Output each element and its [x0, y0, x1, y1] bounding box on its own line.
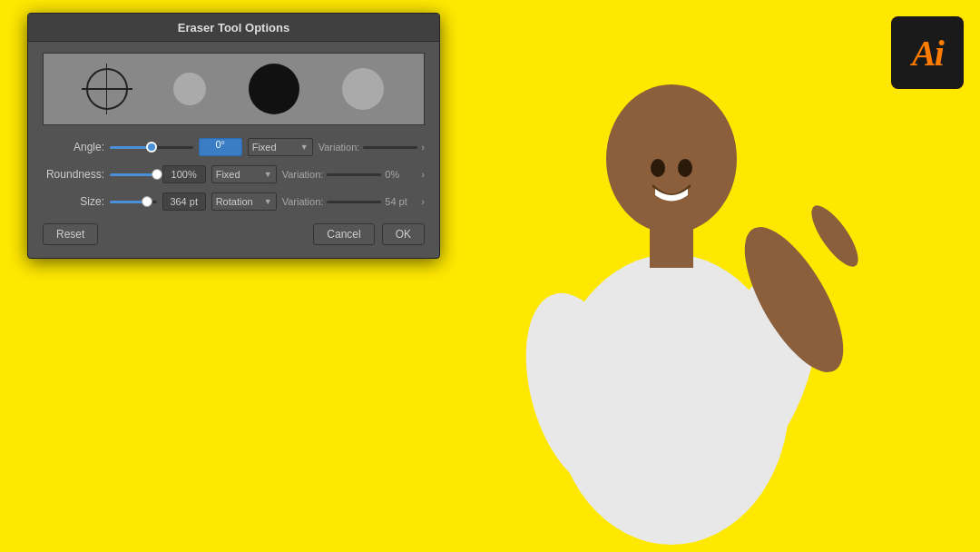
roundness-label: Roundness: [43, 168, 104, 181]
roundness-row: Roundness: 100% Fixed ▼ Variation: 0% › [43, 165, 425, 183]
roundness-slider-thumb[interactable] [152, 169, 162, 180]
svg-rect-2 [650, 222, 693, 268]
size-dropdown[interactable]: Rotation ▼ [211, 192, 277, 211]
roundness-slider-fill [110, 173, 157, 176]
person-svg [390, 0, 935, 552]
brush-large-preview [342, 68, 384, 110]
roundness-variation-label: Variation: [282, 169, 324, 180]
dialog-content: Angle: 0° Fixed ▼ Variation: › Roundness… [28, 42, 439, 258]
brush-medium-preview [249, 64, 299, 114]
brush-crosshair-preview [83, 65, 131, 113]
size-dropdown-arrow: ▼ [264, 197, 272, 206]
cancel-button[interactable]: Cancel [313, 223, 374, 245]
brush-small-preview [173, 73, 206, 105]
svg-point-8 [678, 159, 692, 177]
crosshair-vertical [106, 64, 108, 114]
angle-slider-fill [110, 146, 152, 149]
angle-slider-track[interactable] [110, 146, 193, 149]
size-slider-thumb[interactable] [142, 196, 152, 207]
angle-slider-thumb[interactable] [146, 142, 157, 153]
roundness-dropdown-arrow: ▼ [264, 170, 272, 179]
dialog-title: Eraser Tool Options [178, 21, 289, 34]
size-value-text: 364 pt [170, 196, 198, 207]
brush-preview-area [43, 53, 425, 125]
roundness-dropdown[interactable]: Fixed ▼ [211, 165, 277, 183]
size-value-display: 364 pt [162, 192, 206, 211]
size-row: Size: 364 pt Rotation ▼ Variation: 54 pt… [43, 192, 425, 211]
size-label: Size: [43, 195, 104, 208]
svg-point-1 [606, 84, 737, 233]
reset-button[interactable]: Reset [43, 223, 98, 245]
person-figure [390, 0, 935, 552]
angle-value-text: 0° [215, 139, 225, 150]
roundness-dropdown-text: Fixed [216, 169, 240, 180]
roundness-value-display: 100% [162, 165, 206, 183]
angle-value-input[interactable]: 0° [199, 138, 242, 156]
roundness-variation-track[interactable] [327, 173, 381, 176]
angle-dropdown-text: Fixed [252, 142, 277, 153]
angle-variation-label: Variation: [318, 142, 360, 153]
size-variation-track[interactable] [327, 201, 381, 203]
size-slider-track[interactable] [110, 201, 157, 203]
eraser-tool-dialog: Eraser Tool Options Angle: 0° [27, 13, 440, 259]
angle-label: Angle: [43, 141, 104, 153]
dialog-title-bar: Eraser Tool Options [28, 14, 439, 42]
dialog-buttons: Reset Cancel OK [43, 220, 425, 245]
size-dropdown-text: Rotation [216, 196, 253, 207]
angle-dropdown[interactable]: Fixed ▼ [248, 138, 313, 156]
size-variation-label: Variation: [282, 196, 324, 207]
angle-dropdown-arrow: ▼ [300, 143, 309, 152]
angle-row: Angle: 0° Fixed ▼ Variation: › [43, 138, 425, 156]
svg-point-7 [651, 159, 665, 177]
svg-point-6 [804, 199, 867, 273]
roundness-value-text: 100% [172, 169, 197, 180]
roundness-slider-track[interactable] [110, 173, 157, 176]
